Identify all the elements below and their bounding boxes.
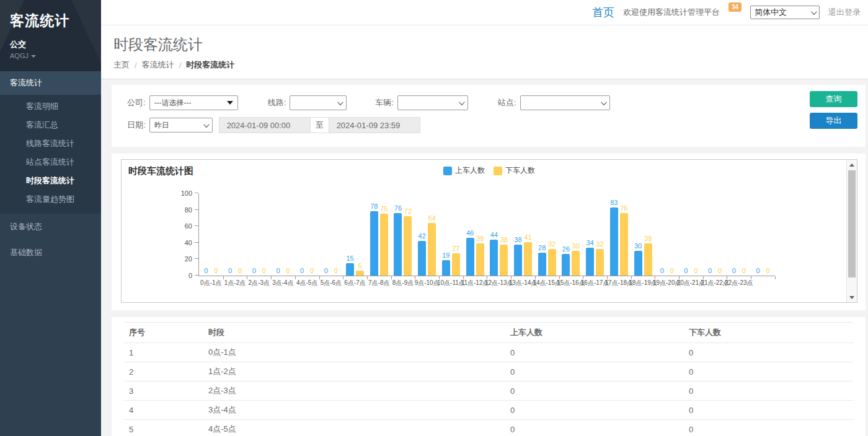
breadcrumb-separator: / [135,61,137,70]
date-to-input[interactable]: 2024-01-09 23:59 [329,117,420,133]
export-button[interactable]: 导出 [810,113,857,129]
query-button[interactable]: 查询 [810,91,857,107]
bar-下车人数: 41 [524,242,532,276]
bar-value-label: 28 [538,244,546,251]
bar-上车人数: 38 [514,245,522,276]
bar-group: 1566点-7点 [343,194,367,276]
table-cell: 0 [505,401,684,420]
sidebar-nav: 客流统计客流明细客流汇总线路客流统计站点客流统计时段客流统计客流量趋势图设备状态… [0,71,101,436]
y-axis-label: 60 [185,222,192,230]
x-axis-label: 7点-8点 [368,279,389,287]
x-axis-label: 4点-5点 [296,279,317,287]
bar-value-label: 0 [310,267,314,274]
chart-box: 时段车流统计图 上车人数下车人数 020406080100000点-1点001点… [121,159,857,303]
home-link[interactable]: 首页 [592,5,614,20]
sidebar-section-基础数据[interactable]: 基础数据 [0,240,101,266]
date-preset-value: 昨日 [154,120,169,131]
chevron-down-icon [811,9,817,15]
table-body: 10点-1点0021点-2点0032点-3点0043点-4点0054点-5点00… [124,343,853,436]
bar-group: 0022点-23点 [727,194,751,276]
bar-group: 384113点-14点 [511,194,535,276]
sidebar-item-站点客流统计[interactable]: 站点客流统计 [0,153,101,172]
sidebar-item-客流量趋势图[interactable]: 客流量趋势图 [0,190,101,209]
table-cell: 4点-5点 [203,420,505,436]
vehicle-label: 车辆: [375,97,394,108]
date-from-input[interactable]: 2024-01-09 00:00 [219,117,311,133]
bar-group: 443812点-13点 [487,194,511,276]
date-label: 日期: [127,120,146,131]
bar-value-label: 0 [228,267,232,274]
arrow-down-icon [849,296,854,299]
table-cell: 0 [684,420,853,436]
table-cell: 3 [124,381,203,401]
table-row: 10点-1点00 [124,343,853,362]
legend-swatch [443,167,452,175]
table-cell: 1 [124,343,203,362]
breadcrumb-section[interactable]: 客流统计 [142,59,174,71]
scrollbar-thumb[interactable] [848,170,856,277]
bar-value-label: 76 [620,204,627,212]
company-select[interactable]: ---请选择--- [149,95,238,110]
table-header-下车人数: 下车人数 [684,323,853,343]
bar-下车人数: 75 [380,214,388,276]
bar-上车人数: 30 [634,251,642,276]
company-select-value: ---请选择--- [154,98,192,108]
bar-value-label: 0 [708,267,712,274]
language-select[interactable]: 简体中文 [750,6,820,19]
bar-group: 192710点-11点 [439,194,463,276]
bar-group: 303918点-19点 [631,194,655,276]
legend-swatch [494,167,502,175]
stats-table: 序号时段上车人数下车人数 10点-1点0021点-2点0032点-3点0043点… [124,322,853,436]
line-select[interactable] [290,95,347,110]
legend-label: 下车人数 [505,165,535,176]
filter-row-1: 公司: ---请选择--- 线路: 车辆: 站点: [127,95,773,111]
sidebar-section-设备状态[interactable]: 设备状态 [0,214,101,240]
sidebar-item-客流明细[interactable]: 客流明细 [0,97,101,116]
user-menu[interactable]: AQGJ [10,52,91,59]
legend-item-上车人数[interactable]: 上车人数 [443,165,485,176]
y-axis-tick [195,193,198,193]
bar-group: 263015点-16点 [559,194,583,276]
scrollbar-up-button[interactable] [847,160,857,170]
bar-上车人数: 15 [346,263,354,276]
bar-value-label: 6 [358,262,362,269]
notification-badge[interactable]: 34 [728,2,742,12]
bar-下车人数: 32 [596,249,604,276]
date-range-separator: 至 [311,117,329,133]
station-label: 站点: [498,97,516,108]
sidebar-section-客流统计[interactable]: 客流统计 [0,71,101,95]
sidebar-item-时段客流统计[interactable]: 时段客流统计 [0,172,101,190]
chart-scrollbar[interactable] [846,160,857,302]
bar-value-label: 0 [276,267,280,274]
chevron-down-icon [600,99,606,105]
bar-下车人数: 76 [620,213,628,276]
table-cell: 3点-4点 [203,401,505,420]
bar-下车人数: 38 [500,245,508,276]
table-header-序号: 序号 [124,323,203,343]
sidebar-item-客流汇总[interactable]: 客流汇总 [0,116,101,134]
date-preset-select[interactable]: 昨日 [149,118,213,133]
user-name: AQGJ [10,52,29,59]
bar-value-label: 0 [252,267,256,274]
table-cell: 0 [505,420,684,436]
station-select[interactable] [520,95,610,110]
legend-item-下车人数[interactable]: 下车人数 [494,165,535,176]
bar-value-label: 0 [238,267,242,274]
bar-group: 837617点-18点 [607,194,631,276]
bar-上车人数: 19 [442,260,450,276]
bar-value-label: 0 [670,267,674,274]
bar-value-label: 38 [500,236,508,243]
vehicle-select[interactable] [397,95,468,110]
scrollbar-down-button[interactable] [847,292,857,302]
logout-link[interactable]: 退出登录 [828,7,861,18]
table-cell: 1点-2点 [203,362,505,381]
breadcrumb-home[interactable]: 主页 [113,59,130,71]
app-title: 客流统计 [10,11,91,30]
main-area: 首页 欢迎使用客流统计管理平台 34 简体中文 退出登录 时段客流统计 主页 /… [101,0,868,436]
bar-group: 78757点-8点 [367,194,391,276]
bar-value-label: 39 [476,235,484,242]
content: 公司: ---请选择--- 线路: 车辆: 站点: [101,79,868,436]
sidebar-item-线路客流统计[interactable]: 线路客流统计 [0,134,101,153]
welcome-text: 欢迎使用客流统计管理平台 [623,7,720,18]
bar-value-label: 0 [732,267,736,274]
